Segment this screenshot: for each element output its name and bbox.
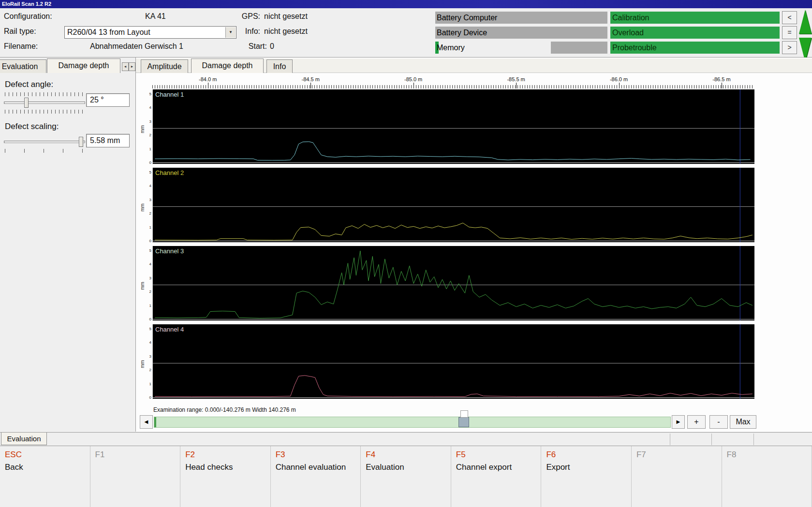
function-key-f2[interactable]: F2Head checks <box>180 446 271 507</box>
scrollbar-track[interactable] <box>154 417 671 428</box>
start-value: 0 <box>270 42 274 51</box>
header-panel: Configuration: KA 41 GPS: nicht gesetzt … <box>0 8 812 58</box>
scrollbar-thumb[interactable] <box>458 417 469 427</box>
slider-track[interactable] <box>4 141 85 143</box>
window-title: EloRail Scan 1.2 R2 <box>2 1 51 7</box>
function-key-f3[interactable]: F3Channel evaluation <box>271 446 361 507</box>
y-axis-label: mm <box>140 360 145 368</box>
x-tick-label: -86.0 m <box>605 76 634 82</box>
channel-plots: mm543210Channel 1mm543210Channel 2mm5432… <box>152 89 754 403</box>
probetrouble-label: Probetrouble <box>612 42 657 54</box>
scroll-left-button[interactable]: ◄ <box>140 415 153 429</box>
function-key-caption: Head checks <box>185 463 266 472</box>
x-tick-mark <box>722 83 722 88</box>
y-tick-label: 5 <box>147 248 151 253</box>
vertical-scroll-arrows <box>798 10 812 64</box>
defect-angle-value[interactable]: 25 ° <box>86 93 130 107</box>
tab-scroll-left-icon[interactable]: ◄ <box>122 62 129 71</box>
memory-label: Memory <box>437 42 465 54</box>
x-tick-mark <box>413 83 414 88</box>
rail-type-dropdown[interactable]: R260/04 13 from Layout ▼ <box>64 26 236 39</box>
function-key-f1: F1 <box>90 446 181 507</box>
x-tick-mark <box>208 83 208 88</box>
x-tick-label: -84.0 m <box>193 76 222 82</box>
equal-button[interactable]: = <box>782 26 797 39</box>
battery-device-label: Battery Device <box>437 27 487 39</box>
function-key-f4[interactable]: F4Evaluation <box>361 446 451 507</box>
next-button[interactable]: > <box>782 41 797 54</box>
bottom-tab-evaluation[interactable]: Evaluation <box>1 433 47 445</box>
defect-scaling-slider-thumb[interactable] <box>79 137 83 147</box>
configuration-label: Configuration: <box>4 12 52 21</box>
calibration-label: Calibration <box>612 12 649 24</box>
battery-computer-bar: Battery Computer <box>435 12 607 24</box>
channel-trace-svg <box>153 246 754 320</box>
gps-label: GPS: <box>227 12 260 21</box>
battery-device-bar: Battery Device <box>435 27 607 39</box>
defect-scaling-label: Defect scaling: <box>5 122 59 131</box>
y-tick-label: 4 <box>147 105 151 110</box>
position-scrollbar: ◄ ► + - Max <box>136 415 812 430</box>
function-key-name: ESC <box>5 450 85 460</box>
overload-label: Overload <box>612 27 644 39</box>
x-tick-label: -84.5 m <box>296 76 325 82</box>
tab-amplitude[interactable]: Amplitude <box>141 59 188 73</box>
x-tick-mark <box>310 83 311 88</box>
slider-track[interactable] <box>4 101 85 104</box>
channel-trace-svg <box>153 89 754 164</box>
chart-tabs: Amplitude Damage depth Info <box>136 58 812 73</box>
slider-ticks <box>5 149 84 153</box>
function-key-esc[interactable]: ESCBack <box>0 446 90 507</box>
y-axis-label: mm <box>140 125 145 133</box>
start-label: Start: <box>227 42 267 51</box>
scroll-up-icon[interactable] <box>799 10 812 34</box>
channel-name-label: Channel 1 <box>155 91 184 98</box>
channel-trace-svg <box>153 324 754 399</box>
info-value: nicht gesetzt <box>264 27 308 36</box>
y-tick-label: 0 <box>147 239 151 243</box>
y-tick-label: 1 <box>147 147 151 151</box>
evaluation-side-panel: Evaluation Damage depth ◄ ► Defect angle… <box>0 58 136 432</box>
defect-angle-slider[interactable] <box>4 92 85 114</box>
divider <box>670 434 670 445</box>
function-key-f8: F8 <box>722 446 812 507</box>
channel-name-label: Channel 3 <box>155 247 184 255</box>
battery-computer-label: Battery Computer <box>437 12 497 24</box>
y-tick-label: 3 <box>147 354 151 359</box>
channel-plot: mm543210Channel 4 <box>152 324 754 399</box>
function-key-name: F2 <box>185 450 266 460</box>
function-key-name: F7 <box>636 450 717 460</box>
tab-damage-depth[interactable]: Damage depth <box>191 58 264 73</box>
memory-remainder <box>551 42 607 54</box>
tab-info[interactable]: Info <box>266 59 293 73</box>
y-tick-label: 1 <box>147 225 151 230</box>
tab-evaluation[interactable]: Evaluation <box>0 59 46 73</box>
function-key-caption: Channel export <box>456 463 536 472</box>
max-button[interactable]: Max <box>730 415 756 429</box>
function-key-name: F1 <box>95 450 176 460</box>
defect-scaling-value[interactable]: 5.58 mm <box>86 134 130 147</box>
tab-damage-depth-side[interactable]: Damage depth <box>47 58 120 73</box>
slider-ticks <box>5 92 84 96</box>
channel-plot: mm543210Channel 1 <box>152 89 754 164</box>
function-key-f6[interactable]: F6Export <box>541 446 632 507</box>
function-key-f5[interactable]: F5Channel export <box>451 446 542 507</box>
channel-plot: mm543210Channel 2 <box>152 168 754 243</box>
function-key-name: F8 <box>727 450 807 460</box>
y-tick-label: 4 <box>147 184 151 188</box>
y-tick-label: 5 <box>147 92 151 96</box>
defect-scaling-slider[interactable] <box>4 131 85 153</box>
y-tick-label: 5 <box>147 327 151 331</box>
x-tick-label: -85.5 m <box>502 76 531 82</box>
app-window: EloRail Scan 1.2 R2 Configuration: KA 41… <box>0 0 812 507</box>
filename-value: Abnahmedaten Gerwisch 1 <box>90 42 183 51</box>
y-tick-label: 0 <box>147 160 151 165</box>
probetrouble-status: Probetrouble <box>610 42 780 54</box>
zoom-out-button[interactable]: - <box>709 415 728 429</box>
scroll-right-button[interactable]: ► <box>672 415 685 429</box>
zoom-in-button[interactable]: + <box>687 415 706 429</box>
defect-angle-slider-thumb[interactable] <box>24 98 29 108</box>
tab-scroll-right-icon[interactable]: ► <box>129 62 135 71</box>
prev-button[interactable]: < <box>782 11 797 24</box>
y-tick-label: 1 <box>147 382 151 386</box>
